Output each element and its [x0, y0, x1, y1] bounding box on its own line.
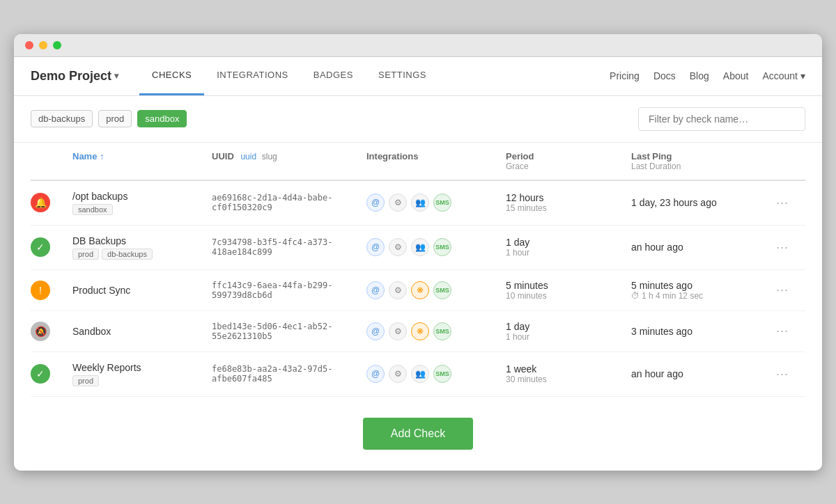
app-window: Demo Project ▾ CHECKS INTEGRATIONS BADGE…: [14, 34, 822, 471]
uuid-cell: 1bed143e-5d06-4ec1-ab52-55e2621310b5: [212, 322, 366, 341]
actions-cell: ···: [771, 364, 805, 384]
header-integrations: Integrations: [366, 151, 506, 171]
grace-value: 15 minutes: [506, 203, 631, 213]
last-ping-cell: 3 minutes ago: [631, 326, 771, 337]
email-integration-icon[interactable]: @: [366, 194, 385, 212]
check-name[interactable]: Sandbox: [72, 326, 212, 337]
status-icon-green: ✓: [31, 237, 50, 257]
last-ping-cell: an hour ago: [631, 368, 771, 379]
email-integration-icon[interactable]: @: [366, 322, 385, 340]
webhook-integration-icon[interactable]: ⚙: [389, 365, 407, 383]
minimize-button[interactable]: [39, 41, 47, 49]
grace-value: 1 hour: [506, 248, 631, 258]
last-ping-cell: 1 day, 23 hours ago: [631, 197, 771, 208]
status-icon-red: 🔔: [31, 193, 50, 212]
nav-docs[interactable]: Docs: [653, 70, 676, 81]
check-tag[interactable]: prod: [72, 375, 99, 386]
brand[interactable]: Demo Project ▾: [31, 69, 118, 84]
main-content: Demo Project ▾ CHECKS INTEGRATIONS BADGE…: [14, 57, 822, 471]
check-tag[interactable]: prod: [72, 249, 99, 260]
webhook-integration-icon[interactable]: ⚙: [389, 281, 407, 299]
uuid-text[interactable]: ffc143c9-6aea-44fa-b299-599739d8cb6d: [212, 281, 366, 300]
titlebar: [14, 34, 822, 57]
uuid-text[interactable]: ae69168c-2d1a-4d4a-babe-cf0f150320c9: [212, 193, 366, 212]
header-status: [31, 151, 72, 171]
sms-integration-icon[interactable]: SMS: [433, 322, 451, 340]
check-tags: sandbox: [72, 204, 212, 215]
ping-time: 5 minutes ago: [631, 280, 771, 291]
status-cell: 🔕: [31, 322, 72, 341]
sms-integration-icon[interactable]: SMS: [433, 281, 451, 299]
header-last-ping: Last Ping Last Duration: [631, 151, 771, 171]
integrations-cell: @ ⚙ ❋ SMS: [366, 322, 506, 340]
webhook-integration-icon[interactable]: ⚙: [389, 238, 407, 256]
grace-value: 30 minutes: [506, 375, 631, 384]
tag-filters: db-backups prod sandbox: [31, 110, 187, 127]
close-button[interactable]: [25, 41, 33, 49]
brand-name: Demo Project: [31, 69, 111, 84]
check-tag[interactable]: sandbox: [72, 204, 113, 215]
uuid-text[interactable]: 7c934798-b3f5-4fc4-a373-418ae184c899: [212, 237, 366, 257]
nav-pricing[interactable]: Pricing: [610, 70, 640, 81]
add-check-button[interactable]: Add Check: [363, 418, 473, 450]
more-menu-button[interactable]: ···: [771, 237, 794, 258]
more-menu-button[interactable]: ···: [771, 321, 794, 341]
more-menu-button[interactable]: ···: [771, 280, 794, 300]
maximize-button[interactable]: [53, 41, 61, 49]
header-name[interactable]: Name ↑: [72, 151, 212, 171]
check-name[interactable]: Weekly Reports: [72, 362, 212, 373]
more-menu-button[interactable]: ···: [771, 364, 794, 384]
header-period: Period Grace: [506, 151, 631, 171]
uuid-text[interactable]: fe68e83b-aa2a-43a2-97d5-afbe607fa485: [212, 364, 366, 384]
tab-badges[interactable]: BADGES: [301, 57, 366, 95]
actions-cell: ···: [771, 193, 805, 213]
email-integration-icon[interactable]: @: [366, 365, 385, 383]
actions-cell: ···: [771, 237, 805, 258]
period-value: 5 minutes: [506, 280, 631, 291]
table-header: Name ↑ UUID uuid slug Integrations Perio…: [31, 143, 805, 181]
check-tag[interactable]: db-backups: [102, 249, 153, 260]
nav-blog[interactable]: Blog: [690, 70, 709, 81]
tag-prod[interactable]: prod: [98, 110, 132, 127]
uuid-cell: fe68e83b-aa2a-43a2-97d5-afbe607fa485: [212, 364, 366, 384]
status-icon-green: ✓: [31, 364, 50, 384]
period-value: 1 week: [506, 363, 631, 375]
pagerduty-integration-icon[interactable]: 👥: [411, 365, 429, 383]
email-integration-icon[interactable]: @: [366, 281, 385, 299]
period-cell: 1 week 30 minutes: [506, 363, 631, 384]
slug-label: slug: [262, 152, 277, 162]
name-cell: Weekly Reports prod: [72, 362, 212, 386]
webhook-integration-icon[interactable]: ⚙: [389, 194, 407, 212]
check-name[interactable]: DB Backups: [72, 235, 212, 246]
add-check-container: Add Check: [14, 397, 822, 471]
tab-checks[interactable]: CHECKS: [139, 57, 204, 95]
ping-time: an hour ago: [631, 242, 771, 253]
checks-table: Name ↑ UUID uuid slug Integrations Perio…: [14, 143, 822, 397]
check-name[interactable]: Product Sync: [72, 285, 212, 296]
period-cell: 1 day 1 hour: [506, 237, 631, 258]
sms-integration-icon[interactable]: SMS: [433, 365, 451, 383]
pagerduty-integration-icon[interactable]: ❋: [411, 281, 429, 299]
pagerduty-integration-icon[interactable]: ❋: [411, 322, 429, 340]
navbar: Demo Project ▾ CHECKS INTEGRATIONS BADGE…: [14, 57, 822, 96]
tag-db-backups[interactable]: db-backups: [31, 110, 93, 127]
uuid-link[interactable]: uuid: [240, 152, 256, 162]
email-integration-icon[interactable]: @: [366, 238, 385, 256]
tab-settings[interactable]: SETTINGS: [366, 57, 439, 95]
search-input[interactable]: [638, 107, 805, 131]
more-menu-button[interactable]: ···: [771, 193, 794, 213]
uuid-text[interactable]: 1bed143e-5d06-4ec1-ab52-55e2621310b5: [212, 322, 366, 341]
nav-account[interactable]: Account ▾: [762, 70, 805, 81]
tab-integrations[interactable]: INTEGRATIONS: [204, 57, 301, 95]
webhook-integration-icon[interactable]: ⚙: [389, 322, 407, 340]
pagerduty-integration-icon[interactable]: 👥: [411, 194, 429, 212]
nav-about[interactable]: About: [723, 70, 749, 81]
sms-integration-icon[interactable]: SMS: [433, 238, 451, 256]
check-name[interactable]: /opt backups: [72, 191, 212, 202]
status-cell: !: [31, 281, 72, 300]
tag-sandbox[interactable]: sandbox: [137, 110, 187, 127]
pagerduty-integration-icon[interactable]: 👥: [411, 238, 429, 256]
table-row: ✓ DB Backups prod db-backups 7c934798-b3…: [31, 226, 805, 270]
integrations-cell: @ ⚙ 👥 SMS: [366, 194, 506, 212]
sms-integration-icon[interactable]: SMS: [433, 194, 451, 212]
